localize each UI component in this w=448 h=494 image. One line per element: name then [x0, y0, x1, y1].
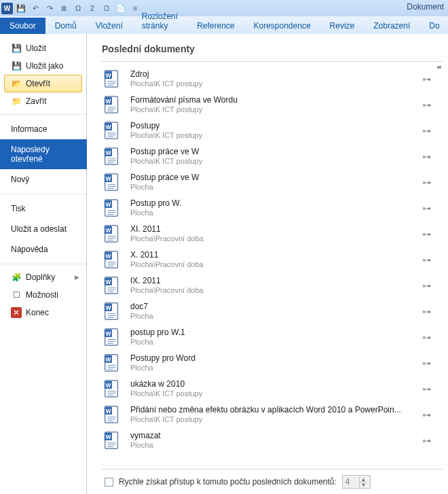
sidebar-label: Doplňky	[26, 272, 55, 282]
recent-document-text: ukázka w 2010Plocha\K ICT postupy	[130, 379, 413, 398]
tab-home[interactable]: Domů	[45, 18, 86, 34]
doc-name: vymazat	[130, 431, 413, 440]
sidebar-item-info[interactable]: Informace	[0, 119, 86, 139]
pin-icon[interactable]: ⊶	[421, 228, 432, 239]
divider	[102, 61, 443, 62]
recent-document-row[interactable]: W PostupyPlocha\K ICT postupy⊶	[102, 118, 443, 143]
recent-document-text: vymazatPlocha	[130, 431, 413, 450]
recent-document-row[interactable]: W ukázka w 2010Plocha\K ICT postupy⊶	[102, 376, 443, 402]
tab-review[interactable]: Revize	[320, 18, 365, 34]
sidebar-label: Konec	[26, 308, 49, 317]
qa-2-icon[interactable]: 2	[86, 2, 98, 14]
quickaccess-count-spinner[interactable]: 4 ▲ ▼	[342, 475, 371, 489]
spinner-down-icon[interactable]: ▼	[359, 482, 367, 487]
recent-document-row[interactable]: W Přidání nebo změna efektu obrázku v ap…	[102, 402, 443, 427]
doc-name: Postup pro W.	[130, 198, 413, 208]
recent-document-row[interactable]: W Formátování písma ve WorduPlocha\K ICT…	[102, 92, 443, 118]
doc-path: Plocha	[130, 337, 413, 347]
pin-icon[interactable]: ⊶	[421, 151, 432, 162]
svg-text:W: W	[105, 72, 111, 79]
ribbon-tabs: Soubor Domů Vložení Rozložení stránky Re…	[0, 16, 448, 34]
word-doc-icon: W	[102, 301, 122, 321]
sidebar-label: Otevřít	[26, 79, 50, 88]
tab-mailings[interactable]: Korespondence	[244, 18, 320, 34]
qa-undo-icon[interactable]: ↶	[29, 2, 41, 14]
pin-icon[interactable]: ⊶	[421, 177, 432, 188]
tab-pagelayout[interactable]: Rozložení stránky	[132, 9, 187, 34]
svg-text:W: W	[105, 356, 111, 363]
sidebar-item-save[interactable]: 💾 Uložit	[0, 39, 86, 57]
word-doc-icon: W	[102, 249, 122, 270]
sidebar-item-help[interactable]: Nápověda	[0, 239, 86, 260]
sidebar-item-saveandsend[interactable]: Uložit a odeslat	[0, 219, 86, 239]
backstage-sidebar: 💾 Uložit 💾 Uložit jako 📂 Otevřít 📁 Zavří…	[0, 34, 87, 494]
quickaccess-label: Rychle získat přístup k tomuto počtu pos…	[119, 477, 337, 487]
recent-document-row[interactable]: W Postup pro W.Plocha⊶	[102, 195, 443, 221]
doc-name: postup pro W.1	[130, 328, 413, 337]
pin-icon[interactable]: ⊶	[421, 202, 432, 213]
sidebar-item-saveas[interactable]: 💾 Uložit jako	[0, 57, 86, 75]
sidebar-item-new[interactable]: Nový	[0, 169, 86, 190]
qa-redo-icon[interactable]: ↷	[43, 2, 56, 14]
quickaccess-checkbox[interactable]	[105, 478, 113, 487]
pin-icon[interactable]: ⊶	[421, 383, 432, 394]
tab-view[interactable]: Zobrazení	[364, 18, 419, 34]
sidebar-item-exit[interactable]: ✕ Konec	[0, 304, 86, 321]
tab-insert[interactable]: Vložení	[86, 18, 132, 34]
recent-document-row[interactable]: W Postup práce ve WPlocha⊶	[102, 169, 443, 195]
sidebar-item-addins[interactable]: 🧩 Doplňky ▶	[0, 268, 86, 286]
doc-name: doc7	[130, 302, 413, 311]
recent-document-row[interactable]: W XI. 2011Plocha\Pracovní doba⊶	[102, 221, 443, 247]
recent-documents-list[interactable]: W ZdrojPlocha\K ICT postupy⊶ W Formátová…	[102, 66, 443, 469]
sidebar-label: Zavřít	[26, 96, 47, 106]
pin-icon[interactable]: ⊶	[421, 435, 432, 446]
qa-save-icon[interactable]: 💾	[15, 2, 27, 14]
sidebar-separator	[0, 194, 86, 194]
pin-icon[interactable]: ⊶	[421, 332, 432, 342]
word-doc-icon: W	[102, 146, 122, 166]
recent-document-row[interactable]: W X. 2011Plocha\Pracovní doba⊶	[102, 247, 443, 272]
pin-icon[interactable]: ⊶	[421, 280, 432, 291]
qa-print-icon[interactable]: 🗎	[58, 2, 70, 14]
word-doc-icon: W	[102, 378, 122, 399]
sidebar-item-options[interactable]: ☐ Možnosti	[0, 286, 86, 304]
recent-document-row[interactable]: W Postupy pro WordPlocha⊶	[102, 350, 443, 376]
qa-new-icon[interactable]: 🗋	[100, 2, 113, 14]
sidebar-item-open[interactable]: 📂 Otevřít	[4, 75, 82, 92]
recent-document-row[interactable]: W Postup práce ve WPlocha\K ICT postupy⊶	[102, 143, 443, 169]
pin-icon[interactable]: ⊶	[421, 306, 432, 317]
recent-document-text: PostupyPlocha\K ICT postupy	[130, 121, 413, 140]
recent-document-row[interactable]: W ZdrojPlocha\K ICT postupy⊶	[102, 66, 443, 92]
sidebar-item-recent[interactable]: Naposledy otevřené	[0, 139, 87, 169]
doc-name: Přidání nebo změna efektu obrázku v apli…	[130, 405, 413, 414]
sidebar-item-close[interactable]: 📁 Zavřít	[0, 92, 86, 110]
pin-icon[interactable]: ⊶	[421, 73, 432, 84]
doc-path: Plocha\Pracovní doba	[130, 234, 413, 243]
qa-symbol-icon[interactable]: Ω	[72, 2, 84, 14]
tab-more[interactable]: Do	[419, 18, 448, 34]
word-doc-icon: W	[102, 69, 122, 89]
doc-path: Plocha\K ICT postupy	[130, 389, 413, 398]
sidebar-item-print[interactable]: Tisk	[0, 198, 86, 219]
pin-icon[interactable]: ⊶	[421, 125, 432, 136]
recent-document-text: XI. 2011Plocha\Pracovní doba	[130, 224, 413, 243]
tab-references[interactable]: Reference	[187, 18, 244, 34]
svg-text:W: W	[105, 149, 111, 156]
recent-document-row[interactable]: W doc7Plocha⊶	[102, 298, 443, 324]
pin-icon[interactable]: ⊶	[421, 99, 432, 110]
recent-document-row[interactable]: W postup pro W.1Plocha⊶	[102, 324, 443, 350]
tab-file[interactable]: Soubor	[0, 18, 45, 34]
doc-name: Zdroj	[130, 69, 413, 79]
recent-document-row[interactable]: W IX. 2011Plocha\Pracovní doba⊶	[102, 272, 443, 298]
pin-icon[interactable]: ⊶	[421, 357, 432, 368]
window-title: Dokument	[407, 2, 444, 12]
spinner-up-icon[interactable]: ▲	[359, 477, 367, 482]
save-disk-icon: 💾	[11, 43, 22, 54]
folder-close-icon: 📁	[11, 96, 22, 107]
doc-name: IX. 2011	[130, 276, 413, 285]
recent-document-row[interactable]: W vymazatPlocha⊶	[102, 427, 443, 453]
pin-icon[interactable]: ⊶	[421, 409, 432, 420]
doc-path: Plocha\K ICT postupy	[130, 79, 413, 88]
qa-page-icon[interactable]: 📄	[115, 2, 127, 14]
pin-icon[interactable]: ⊶	[421, 254, 432, 265]
